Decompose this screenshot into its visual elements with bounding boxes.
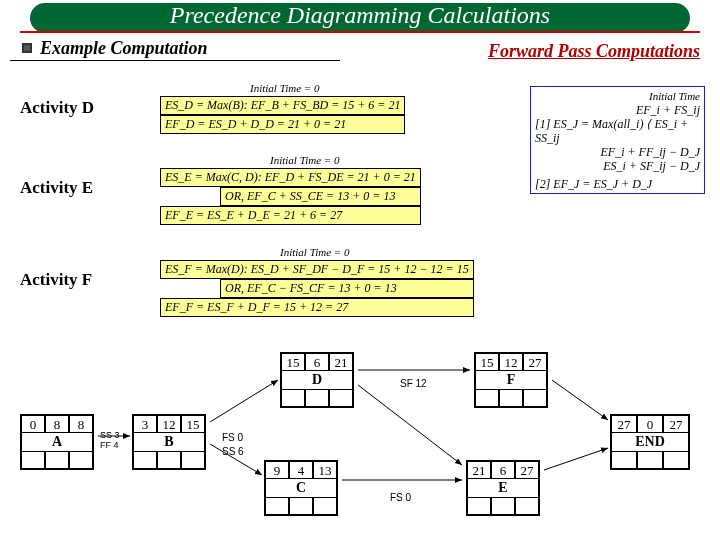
node-a-ef: 8 (69, 415, 93, 433)
edge-ce-fs: FS 0 (390, 492, 411, 503)
formula-f-line1: ES_F = Max(D): ES_D + SF_DF − D_F = 15 +… (160, 260, 474, 279)
node-c-es: 9 (265, 461, 289, 479)
node-a-es: 0 (21, 415, 45, 433)
node-b-es: 3 (133, 415, 157, 433)
node-c-name: C (265, 479, 337, 497)
node-f-name: F (475, 371, 547, 389)
node-end-ef: 27 (663, 415, 689, 433)
bullet-icon (22, 43, 32, 53)
node-d-ef: 21 (329, 353, 353, 371)
node-d-name: D (281, 371, 353, 389)
node-c-d: 4 (289, 461, 313, 479)
side-l4: ES_i + SF_ij − D_J (535, 159, 700, 173)
formula-d-group: Initial Time = 0 ES_D = Max(B): EF_B + F… (160, 86, 405, 134)
node-a-name: A (21, 433, 93, 451)
svg-line-6 (544, 448, 608, 470)
formula-f-group: Initial Time = 0 ES_F = Max(D): ES_D + S… (160, 250, 474, 317)
node-d: 15 6 21 D (280, 352, 354, 408)
side-l2: [1] ES_J = Max(all_i) ⟨ ES_i + SS_ij (535, 117, 700, 145)
side-top-label: Initial Time (535, 89, 700, 103)
formula-e-line1: ES_E = Max(C, D): EF_D + FS_DE = 21 + 0 … (160, 168, 421, 187)
node-end: 27 0 27 END (610, 414, 690, 470)
edge-bc-ss: SS 6 (222, 446, 244, 457)
side-l1: EF_i + FS_ij (535, 103, 700, 117)
subtitle-underline (10, 60, 340, 61)
side-l5: [2] EF_J = ES_J + D_J (535, 177, 700, 191)
svg-line-4 (358, 385, 462, 465)
formula-e-line3: EF_E = ES_E + D_E = 21 + 6 = 27 (160, 206, 421, 225)
activity-e-label: Activity E (20, 178, 93, 198)
formula-d-initial: Initial Time = 0 (250, 82, 319, 94)
svg-line-2 (210, 380, 278, 422)
edge-df-sf: SF 12 (400, 378, 427, 389)
node-end-es: 27 (611, 415, 637, 433)
formula-d-line1: ES_D = Max(B): EF_B + FS_BD = 15 + 6 = 2… (160, 96, 405, 115)
node-c-ef: 13 (313, 461, 337, 479)
subtitle: Example Computation (40, 38, 208, 59)
formula-e-line2: OR, EF_C + SS_CE = 13 + 0 = 13 (220, 187, 421, 206)
title-underline (20, 31, 700, 33)
node-b: 3 12 15 B (132, 414, 206, 470)
formula-d-line2: EF_D = ES_D + D_D = 21 + 0 = 21 (160, 115, 405, 134)
node-b-ef: 15 (181, 415, 205, 433)
formula-f-initial: Initial Time = 0 (280, 246, 349, 258)
edge-ab-ssff: SS 3FF 4 (100, 430, 120, 450)
node-e-d: 6 (491, 461, 515, 479)
node-f: 15 12 27 F (474, 352, 548, 408)
node-a: 0 8 8 A (20, 414, 94, 470)
svg-line-7 (552, 380, 608, 420)
node-e-es: 21 (467, 461, 491, 479)
node-f-d: 12 (499, 353, 523, 371)
node-d-es: 15 (281, 353, 305, 371)
node-d-d: 6 (305, 353, 329, 371)
formula-e-group: Initial Time = 0 ES_E = Max(C, D): EF_D … (160, 158, 421, 225)
page-title: Precedence Diagramming Calculations (0, 2, 720, 29)
formula-f-line3: EF_F = ES_F + D_F = 15 + 12 = 27 (160, 298, 474, 317)
node-f-es: 15 (475, 353, 499, 371)
side-formula-box: Initial Time EF_i + FS_ij [1] ES_J = Max… (530, 86, 705, 194)
activity-d-label: Activity D (20, 98, 94, 118)
formula-e-initial: Initial Time = 0 (270, 154, 339, 166)
side-l3: EF_i + FF_ij − D_J (535, 145, 700, 159)
node-b-name: B (133, 433, 205, 451)
node-end-d: 0 (637, 415, 663, 433)
node-f-ef: 27 (523, 353, 547, 371)
node-a-d: 8 (45, 415, 69, 433)
node-b-d: 12 (157, 415, 181, 433)
edge-bc-fs: FS 0 (222, 432, 243, 443)
activity-f-label: Activity F (20, 270, 92, 290)
forward-pass-heading: Forward Pass Computations (488, 41, 700, 62)
node-e-name: E (467, 479, 539, 497)
node-c: 9 4 13 C (264, 460, 338, 516)
formula-f-line2: OR, EF_C − FS_CF = 13 + 0 = 13 (220, 279, 474, 298)
node-e: 21 6 27 E (466, 460, 540, 516)
node-end-name: END (611, 433, 689, 451)
node-e-ef: 27 (515, 461, 539, 479)
